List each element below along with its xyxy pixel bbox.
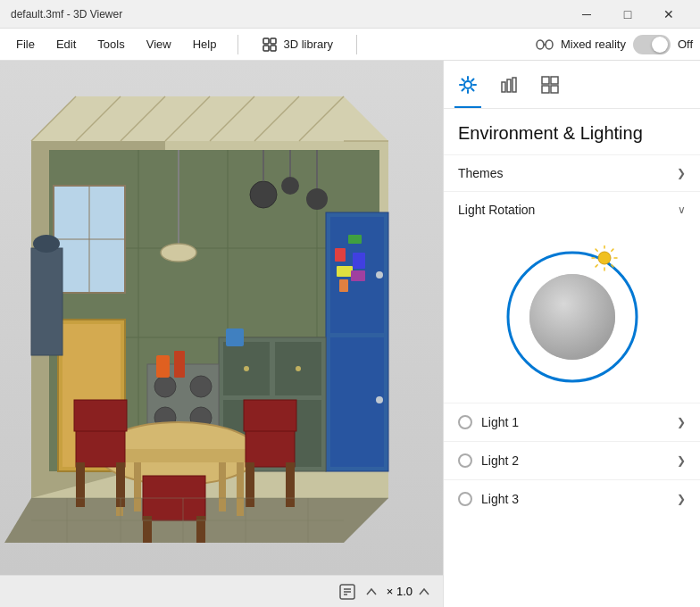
svg-rect-107: [551, 77, 558, 84]
svg-line-118: [596, 249, 597, 251]
light-1-item[interactable]: Light 1 ❯: [444, 403, 700, 441]
svg-point-94: [464, 81, 471, 88]
viewport[interactable]: × 1.0: [0, 61, 443, 607]
svg-line-101: [471, 79, 473, 81]
svg-point-79: [33, 235, 60, 253]
svg-rect-108: [542, 86, 549, 93]
mixed-reality-label: Mixed reality: [561, 37, 626, 51]
svg-rect-104: [507, 79, 511, 92]
sun-icon: [458, 75, 478, 95]
svg-line-100: [471, 88, 473, 90]
library-button[interactable]: 3D library: [251, 33, 344, 56]
mixed-reality-toggle[interactable]: [633, 35, 671, 54]
menu-file[interactable]: File: [7, 34, 44, 54]
light-2-item[interactable]: Light 2 ❯: [444, 441, 700, 479]
svg-rect-40: [351, 270, 365, 281]
light-rotation-section[interactable]: Light Rotation ∨: [444, 191, 700, 228]
light-2-left: Light 2: [458, 453, 519, 468]
svg-point-112: [529, 274, 615, 360]
svg-rect-2: [263, 46, 269, 51]
scene-svg: [4, 70, 415, 543]
svg-marker-10: [31, 96, 388, 141]
svg-rect-65: [76, 427, 125, 467]
svg-line-121: [596, 265, 597, 267]
svg-rect-1: [271, 38, 276, 44]
svg-point-113: [598, 252, 611, 264]
bottom-bar: × 1.0: [0, 575, 443, 607]
light-2-label: Light 2: [481, 453, 519, 468]
menu-tools[interactable]: Tools: [88, 34, 133, 54]
svg-point-46: [244, 366, 249, 371]
dial-container[interactable]: [444, 228, 700, 403]
svg-rect-103: [502, 82, 505, 92]
toggle-state-label: Off: [678, 37, 693, 51]
chevron-up-icon[interactable]: [363, 584, 379, 600]
menu-edit[interactable]: Edit: [47, 34, 85, 54]
light-rotation-label: Light Rotation: [458, 203, 535, 217]
panel-tabs: [444, 61, 700, 109]
scene-view: [0, 61, 443, 607]
minimize-button[interactable]: ─: [566, 0, 607, 29]
svg-point-4: [537, 40, 544, 49]
light-3-item[interactable]: Light 3 ❯: [444, 479, 700, 518]
light-3-radio[interactable]: [458, 492, 472, 506]
panel-title: Environment & Lighting: [444, 109, 700, 154]
menu-help[interactable]: Help: [184, 34, 226, 54]
svg-point-53: [250, 181, 277, 208]
close-button[interactable]: ✕: [648, 0, 689, 29]
light-1-left: Light 1: [458, 415, 519, 429]
zoom-chevron-up[interactable]: [416, 584, 432, 600]
svg-rect-32: [330, 337, 384, 467]
svg-rect-63: [134, 462, 141, 511]
right-panel: Environment & Lighting Themes ❯ Light Ro…: [443, 61, 700, 607]
svg-rect-62: [237, 462, 244, 516]
svg-rect-37: [337, 266, 353, 277]
tab-lighting[interactable]: [454, 68, 481, 108]
svg-rect-60: [107, 449, 250, 462]
svg-rect-78: [31, 248, 62, 355]
svg-line-99: [462, 79, 464, 81]
main-content: × 1.0: [0, 61, 700, 607]
window-title: default.3mf - 3D Viewer: [11, 8, 566, 21]
svg-point-5: [546, 40, 553, 49]
light-1-radio[interactable]: [458, 415, 472, 429]
svg-rect-64: [219, 462, 226, 511]
svg-point-54: [281, 177, 299, 195]
themes-label: Themes: [458, 166, 504, 180]
themes-chevron: ❯: [677, 167, 686, 179]
menu-divider: [238, 35, 238, 54]
mixed-reality-area: Mixed reality Off: [536, 35, 693, 54]
light-3-chevron: ❯: [677, 493, 686, 505]
light-dial[interactable]: [501, 245, 644, 388]
svg-point-49: [154, 376, 176, 397]
svg-rect-70: [246, 462, 254, 507]
svg-line-102: [462, 88, 464, 90]
stats-icon: [499, 75, 519, 95]
svg-rect-69: [246, 427, 295, 467]
menu-bar: File Edit Tools View Help 3D library Mix…: [0, 29, 700, 61]
reset-icon[interactable]: [338, 583, 356, 601]
svg-rect-35: [335, 248, 346, 262]
menu-view[interactable]: View: [138, 34, 180, 54]
svg-point-33: [376, 271, 383, 279]
light-1-label: Light 1: [481, 415, 519, 429]
light-3-label: Light 3: [481, 492, 519, 506]
tab-stats[interactable]: [496, 68, 522, 108]
window-controls: ─ □ ✕: [566, 0, 689, 29]
grid-icon: [540, 75, 560, 95]
svg-rect-3: [271, 46, 276, 51]
svg-rect-74: [143, 516, 152, 543]
svg-rect-81: [174, 351, 185, 378]
maximize-button[interactable]: □: [607, 0, 648, 29]
light-2-radio[interactable]: [458, 453, 472, 468]
themes-section[interactable]: Themes ❯: [444, 154, 700, 191]
svg-point-55: [306, 188, 328, 210]
light-3-left: Light 3: [458, 492, 519, 506]
mixed-reality-icon: [536, 37, 554, 52]
svg-rect-38: [353, 253, 365, 269]
tab-grid[interactable]: [537, 68, 563, 108]
zoom-label: × 1.0: [387, 585, 412, 598]
svg-rect-80: [156, 355, 170, 378]
svg-point-47: [296, 366, 301, 371]
svg-point-50: [190, 376, 212, 397]
